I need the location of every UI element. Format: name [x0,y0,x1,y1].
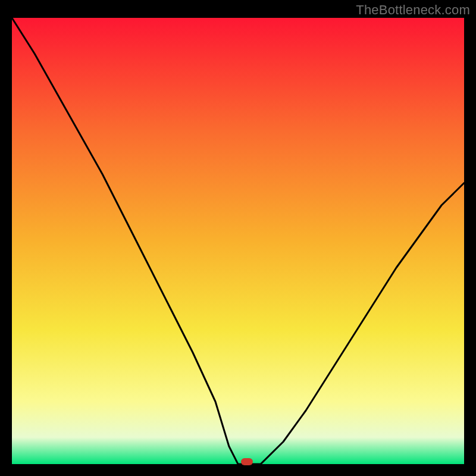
plot-area [12,18,464,464]
watermark-text: TheBottleneck.com [356,2,470,18]
gradient-background [12,18,464,464]
bottleneck-chart [12,18,464,464]
chart-frame: TheBottleneck.com [0,0,476,476]
optimal-point-marker [241,458,253,465]
